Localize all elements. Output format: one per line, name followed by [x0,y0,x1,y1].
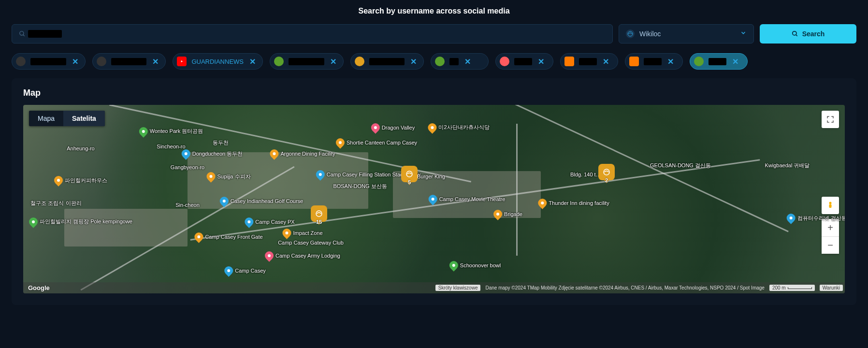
close-icon[interactable]: ✕ [151,57,159,66]
map-panel: Map Mapa Satelita + − Google Skróty klaw… [12,78,856,305]
pin-icon [492,208,504,220]
map-poi[interactable]: Dragon Valley [371,123,415,132]
map-poi[interactable]: Camp Casey Army Lodging [265,251,340,260]
chip[interactable]: ████✕ [690,53,748,70]
map-poi[interactable]: Camp Casey Movie Theatre [429,195,506,203]
pin-icon [426,121,438,133]
close-icon[interactable]: ✕ [602,57,610,66]
pegman[interactable] [822,197,839,214]
search-button-label: Search [802,30,825,38]
map-poi[interactable]: Sincheon-ro [157,144,185,149]
poi-label: Shortie Canteen Camp Casey [347,140,417,145]
pin-icon [314,169,326,181]
youtube-icon [177,57,187,66]
chips-row: ████████✕████████✕GUARDIANNEWS✕████████✕… [0,44,868,78]
close-icon[interactable]: ✕ [666,57,675,66]
search-icon [19,30,26,37]
source-icon [355,57,364,66]
pin-icon [268,148,280,160]
map-poi[interactable]: Brigade [493,210,522,218]
close-icon[interactable]: ✕ [731,57,739,66]
map-cluster-marker[interactable]: 2 [598,164,615,184]
map-poi[interactable]: Thunder Inn dining facility [538,199,609,207]
terms-link[interactable]: Warunki [820,285,843,291]
map-poi[interactable]: Sin-cheon [175,202,200,208]
map-poi[interactable]: 철구조 조립식 이완리 [30,199,81,206]
cluster-count: 5 [408,179,411,185]
close-icon[interactable]: ✕ [463,57,472,66]
poi-label: Schoonover bowl [460,262,501,268]
poi-label: 파인힐커피하우스 [65,177,107,184]
cluster-count: 15 [316,219,322,225]
close-icon[interactable]: ✕ [329,57,337,66]
svg-point-3 [792,31,796,35]
zoom-control: + − [822,219,839,254]
chip[interactable]: ██✕ [431,53,489,70]
poi-label: BOSAN-DONG 보산동 [333,182,387,189]
map-poi[interactable]: Camp Casey Gateway Club [278,240,344,246]
zoom-out-button[interactable]: − [822,236,839,254]
page-title: Search by username across social media [0,0,868,24]
map-poi[interactable]: Casey Indianhead Golf Course [220,197,303,205]
map-poi[interactable]: Anheung-ro [67,145,95,151]
search-input[interactable] [26,30,606,38]
map-canvas[interactable]: Mapa Satelita + − Google Skróty klawiszo… [23,105,845,293]
source-select-label: Wikiloc [639,30,740,38]
close-icon[interactable]: ✕ [248,57,257,66]
source-select[interactable]: Wikiloc [619,24,754,44]
source-icon [694,57,704,66]
chip[interactable]: ████████✕ [92,53,166,70]
pin-icon [52,174,64,186]
map-scale: 200 m [769,285,815,291]
chip-label: ████████ [111,58,147,65]
map-poi[interactable]: Argonne Dining Facility [270,149,335,158]
map-poi[interactable]: 동두천 [213,139,229,146]
chip-label: ████ [514,58,532,65]
map-poi[interactable]: Camp Casey PX [245,218,294,226]
map-poi[interactable]: 미2사단내카츄사식당 [428,123,489,132]
chip[interactable]: GUARDIANNEWS✕ [173,53,263,70]
map-poi[interactable]: 컴퓨터수리넷 걸산동AS [787,214,845,222]
close-icon[interactable]: ✕ [409,57,418,66]
chip[interactable]: ████████✕ [350,53,424,70]
pin-icon [218,195,230,207]
map-poi[interactable]: Shortie Canteen Camp Casey [336,138,417,147]
map-poi[interactable]: Impact Zone [282,229,322,237]
fullscreen-button[interactable] [822,111,839,128]
poi-label: 철구조 조립식 이완리 [30,199,81,206]
chevron-down-icon [740,29,747,38]
close-icon[interactable]: ✕ [537,57,545,66]
map-poi[interactable]: Kwigbaedal 귀배달 [765,161,810,169]
map-cluster-marker[interactable]: 5 [401,166,418,186]
chip-label: ████ [709,58,726,65]
map-poi[interactable]: Dongducheon 동두천 [182,149,243,158]
svg-point-0 [20,31,24,35]
map-cluster-marker[interactable]: 15 [311,205,327,226]
pin-icon [448,259,460,271]
map-poi[interactable]: Camp Casey [224,266,266,275]
map-attribution: Dane mapy ©2024 TMap Mobility Zdjęcie sa… [485,285,764,290]
map-poi[interactable]: Camp Casey Front Gate [194,232,262,241]
chip[interactable]: ████✕ [560,53,618,70]
chip-label: ████ [644,58,662,65]
chip[interactable]: ████✕ [495,53,553,70]
chip[interactable]: ████████✕ [12,53,86,70]
map-poi[interactable]: 파인힐빌리지 캠핑장 Pole kempingowe [29,218,132,226]
map-poi[interactable]: 파인힐커피하우스 [54,176,107,185]
map-poi[interactable]: GEOLSAN-DONG 걸산동 [650,161,711,169]
chip[interactable]: ████████✕ [270,53,344,70]
map-toggle-map[interactable]: Mapa [29,111,63,126]
close-icon[interactable]: ✕ [71,57,79,66]
chip[interactable]: ████✕ [625,53,683,70]
map-toggle-satellite[interactable]: Satelita [63,111,105,126]
chip-label: ████████ [289,58,324,65]
map-poi[interactable]: Wonteo Park 원터공원 [139,127,203,136]
map-poi[interactable]: BOSAN-DONG 보산동 [333,182,387,189]
shortcuts-link[interactable]: Skróty klawiszowe [435,285,481,291]
chip-label: ██ [449,58,458,65]
map-poi[interactable]: Supijja 수피자 [206,172,250,181]
search-button[interactable]: Search [760,24,856,44]
map-poi[interactable]: Gangbyeon-ro [171,164,204,170]
map-poi[interactable]: Schoonover bowl [449,261,501,270]
search-input-wrap[interactable] [12,24,613,44]
